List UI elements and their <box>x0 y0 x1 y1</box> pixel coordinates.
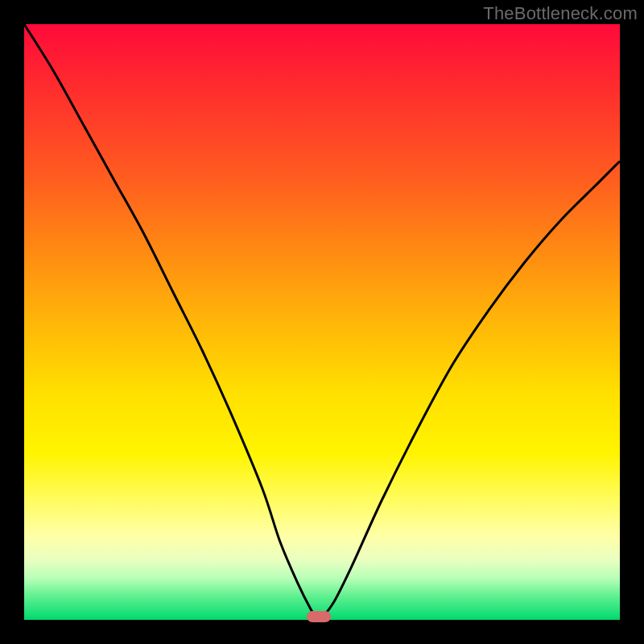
chart-frame: TheBottleneck.com <box>0 0 644 644</box>
watermark-text: TheBottleneck.com <box>483 3 638 24</box>
optimal-marker <box>307 611 331 622</box>
curve-layer <box>24 24 620 620</box>
plot-area <box>24 24 620 620</box>
bottleneck-curve <box>24 24 620 618</box>
